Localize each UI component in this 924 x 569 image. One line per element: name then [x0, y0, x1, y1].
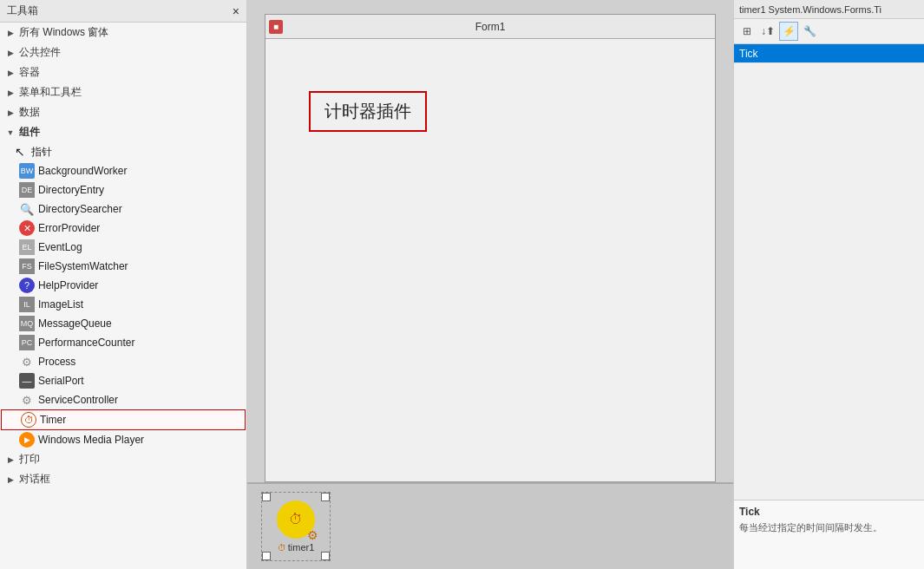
- event-log-icon: EL: [19, 239, 35, 255]
- section-menus-toolbars: ▶ 菜单和工具栏: [0, 82, 246, 102]
- help-provider-icon: ?: [19, 278, 35, 293]
- section-dialogs-header[interactable]: ▶ 对话框: [0, 469, 246, 489]
- section-components: ▼ 组件 ↖ 指针 BW BackgroundWorker DE Directo…: [0, 122, 246, 449]
- toolbox-item-service-controller[interactable]: ⚙ ServiceController: [0, 390, 246, 409]
- sort-button[interactable]: ↓⬆: [758, 22, 777, 41]
- properties-toolbar: ⊞ ↓⬆ ⚡ 🔧: [734, 19, 924, 44]
- designer-panel: ■ Form1 计时器插件 ⏱ ⚙ ⏱ timer1: [247, 0, 733, 569]
- section-containers: ▶ 容器: [0, 62, 246, 82]
- designer-canvas[interactable]: ■ Form1 计时器插件: [247, 0, 733, 482]
- section-containers-header[interactable]: ▶ 容器: [0, 62, 246, 82]
- toolbox-content: ▶ 所有 Windows 窗体 ▶ 公共控件 ▶ 容器 ▶ 菜单和工具栏: [0, 23, 246, 569]
- toolbox-item-process[interactable]: ⚙ Process: [0, 352, 246, 371]
- section-components-header[interactable]: ▼ 组件: [0, 122, 246, 142]
- properties-panel: timer1 System.Windows.Forms.Ti ⊞ ↓⬆ ⚡ 🔧 …: [733, 0, 924, 569]
- chevron-right-icon: ▶: [5, 455, 16, 465]
- resize-handle-tr[interactable]: [321, 493, 330, 501]
- toolbox-title: 工具箱 ×: [0, 0, 246, 23]
- directory-searcher-icon: 🔍: [19, 201, 35, 217]
- section-dialogs: ▶ 对话框: [0, 469, 246, 489]
- chevron-right-icon: ▶: [5, 88, 16, 98]
- wmp-icon: ▶: [19, 432, 35, 448]
- fs-watcher-icon: FS: [19, 258, 35, 274]
- categorized-view-button[interactable]: ⊞: [737, 22, 757, 41]
- toolbox-item-image-list[interactable]: IL ImageList: [0, 295, 246, 314]
- timer-component[interactable]: ⏱ ⚙ ⏱ timer1: [261, 492, 331, 561]
- properties-description: Tick 每当经过指定的时间间隔时发生。: [734, 500, 924, 569]
- chevron-right-icon: ▶: [5, 48, 16, 58]
- serial-port-icon: —: [19, 373, 35, 389]
- section-all-windows: ▶ 所有 Windows 窗体: [0, 23, 246, 43]
- toolbox-item-perf-counter[interactable]: PC PerformanceCounter: [0, 333, 246, 352]
- chevron-right-icon: ▶: [5, 68, 16, 78]
- resize-handle-tl[interactable]: [262, 493, 271, 501]
- categorized-icon: ⊞: [743, 25, 751, 37]
- timer-component-icon: ⏱ ⚙: [277, 500, 315, 539]
- toolbox-item-windows-media-player[interactable]: ▶ Windows Media Player: [0, 430, 246, 449]
- settings-button[interactable]: 🔧: [800, 22, 819, 41]
- toolbox-item-help-provider[interactable]: ? HelpProvider: [0, 276, 246, 295]
- timer-gear-icon: ⚙: [307, 528, 318, 542]
- perf-counter-icon: PC: [19, 335, 35, 350]
- resize-handle-br[interactable]: [321, 552, 330, 560]
- prop-item-tick[interactable]: Tick: [734, 44, 924, 63]
- section-menus-header[interactable]: ▶ 菜单和工具栏: [0, 82, 246, 102]
- image-list-icon: IL: [19, 297, 35, 312]
- chevron-down-icon: ▼: [5, 128, 16, 138]
- section-common-controls: ▶ 公共控件: [0, 43, 246, 62]
- directory-entry-icon: DE: [19, 182, 35, 198]
- form-title: Form1: [475, 21, 506, 33]
- form-titlebar: ■ Form1: [265, 15, 715, 39]
- form-body[interactable]: 计时器插件: [265, 39, 715, 481]
- service-controller-icon: ⚙: [19, 392, 35, 408]
- wrench-icon: 🔧: [803, 25, 816, 37]
- properties-header: timer1 System.Windows.Forms.Ti: [734, 0, 924, 19]
- toolbox-item-fs-watcher[interactable]: FS FileSystemWatcher: [0, 257, 246, 276]
- section-data-header[interactable]: ▶ 数据: [0, 102, 246, 122]
- lightning-icon: ⚡: [783, 25, 796, 37]
- toolbox-panel: 工具箱 × ▶ 所有 Windows 窗体 ▶ 公共控件 ▶ 容器: [0, 0, 247, 569]
- toolbox-item-event-log[interactable]: EL EventLog: [0, 238, 246, 257]
- toolbox-item-error-provider[interactable]: ✕ ErrorProvider: [0, 219, 246, 238]
- events-button[interactable]: ⚡: [779, 22, 798, 41]
- error-provider-icon: ✕: [19, 220, 35, 236]
- form-window[interactable]: ■ Form1 计时器插件: [265, 14, 716, 482]
- prop-bottom-title: Tick: [739, 506, 919, 518]
- components-items: ↖ 指针 BW BackgroundWorker DE DirectoryEnt…: [0, 142, 246, 449]
- sort-icon: ↓⬆: [761, 25, 775, 37]
- section-print-header[interactable]: ▶ 打印: [0, 449, 246, 469]
- section-data: ▶ 数据: [0, 102, 246, 122]
- toolbox-item-directory-entry[interactable]: DE DirectoryEntry: [0, 180, 246, 199]
- toolbox-close-icon[interactable]: ×: [233, 4, 239, 18]
- timer-component-label: ⏱ timer1: [278, 542, 315, 553]
- properties-content: Tick: [734, 44, 924, 500]
- message-queue-icon: MQ: [19, 316, 35, 331]
- chevron-right-icon: ▶: [5, 474, 16, 485]
- chevron-right-icon: ▶: [5, 108, 16, 118]
- process-icon: ⚙: [19, 354, 35, 370]
- toolbox-item-directory-searcher[interactable]: 🔍 DirectorySearcher: [0, 199, 246, 219]
- prop-bottom-desc: 每当经过指定的时间间隔时发生。: [739, 521, 919, 534]
- component-tray: ⏱ ⚙ ⏱ timer1: [247, 482, 733, 569]
- form-icon: ■: [269, 20, 283, 34]
- annotation-box: 计时器插件: [309, 91, 427, 132]
- section-all-windows-header[interactable]: ▶ 所有 Windows 窗体: [0, 23, 246, 43]
- background-worker-icon: BW: [19, 163, 35, 179]
- timer-icon: ⏱: [21, 412, 36, 428]
- toolbox-item-message-queue[interactable]: MQ MessageQueue: [0, 314, 246, 333]
- section-common-controls-header[interactable]: ▶ 公共控件: [0, 43, 246, 62]
- pointer-icon: ↖: [12, 144, 28, 160]
- toolbox-item-serial-port[interactable]: — SerialPort: [0, 371, 246, 390]
- toolbox-item-background-worker[interactable]: BW BackgroundWorker: [0, 161, 246, 180]
- toolbox-item-timer[interactable]: ⏱ Timer: [1, 409, 246, 430]
- toolbox-item-pointer[interactable]: ↖ 指针: [0, 142, 246, 161]
- chevron-right-icon: ▶: [5, 28, 16, 38]
- section-print: ▶ 打印: [0, 449, 246, 469]
- resize-handle-bl[interactable]: [262, 552, 271, 560]
